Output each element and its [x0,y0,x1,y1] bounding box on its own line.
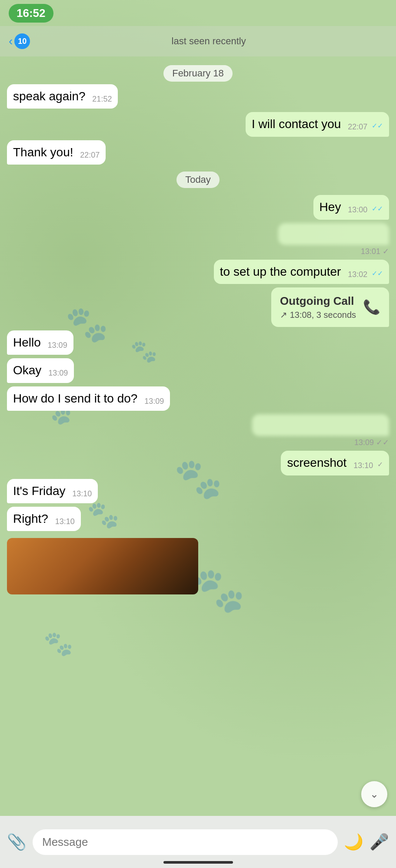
back-button[interactable]: ‹ 10 [9,33,30,49]
bubble-screenshot: screenshot 13:10 ✓ [281,451,389,475]
message-text: How do I send it to do? [13,392,137,405]
status-bar: 16:52 [0,0,396,26]
message-time: 13:10 [55,517,75,526]
bubble-redacted-1 [278,223,389,245]
call-type: Outgoing Call [280,294,356,308]
bubble-hey: Hey 13:00 ✓✓ [313,195,389,219]
read-ticks: ✓✓ [376,438,389,447]
message-text: to set up the computer [220,265,341,278]
chevron-down-icon: ⌄ [370,788,379,800]
call-info: Outgoing Call ↗ 13:08, 3 seconds [280,294,356,320]
read-ticks: ✓✓ [372,205,383,212]
message-text: screenshot [287,456,346,469]
message-text: Hello [13,336,41,349]
image-preview[interactable] [7,538,198,594]
list-item: 13:09 ✓✓ [7,414,389,447]
bubble-hello: Hello 13:09 [7,330,73,355]
list-item [7,535,389,594]
home-indicator [163,861,233,864]
bubble-right: Right? 13:10 [7,507,81,531]
date-label: Today [176,172,220,188]
message-text: Right? [13,512,48,525]
phone-icon: 📞 [363,299,380,315]
message-time: 13:09 [48,341,67,350]
message-time: 13:09 [144,397,164,406]
message-text: speak again? [13,89,86,103]
back-chevron-icon: ‹ [9,34,13,48]
scroll-to-bottom-button[interactable]: ⌄ [361,781,387,807]
message-time: 21:52 [92,95,112,103]
bubble-okay: Okay 13:09 [7,358,74,383]
bubble-friday: It's Friday 13:10 [7,479,98,503]
emoji-icon[interactable]: 🌙 [344,833,363,851]
message-text: Hey [319,200,341,214]
call-details: ↗ 13:08, 3 seconds [280,310,356,320]
message-time: 13:00 [348,205,367,214]
section-date-february: February 18 [7,65,389,82]
section-date-label: February 18 [163,65,233,82]
message-time: 13:09 [48,369,68,377]
list-item: to set up the computer 13:02 ✓✓ [7,260,389,284]
read-ticks: ✓✓ [372,270,383,277]
list-item: screenshot 13:10 ✓ [7,451,389,475]
bubble-speak-again: speak again? 21:52 [7,84,118,109]
message-time: 13:09 [354,438,374,447]
status-time: 16:52 [9,4,53,23]
list-item: It's Friday 13:10 [7,479,389,503]
list-item: Outgoing Call ↗ 13:08, 3 seconds 📞 [7,287,389,327]
input-bar: 📎 🌙 🎤 [0,816,396,868]
nav-bar: ‹ 10 last seen recently [0,26,396,56]
list-item: Thank you! 22:07 [7,140,389,165]
list-item: 13:01 ✓ [7,223,389,256]
message-text: Okay [13,363,41,377]
message-time: 13:01 [361,247,380,256]
list-item: speak again? 21:52 [7,84,389,109]
chat-area: February 18 speak again? 21:52 I will co… [0,56,396,816]
call-bubble: Outgoing Call ↗ 13:08, 3 seconds 📞 [271,287,389,327]
message-text: I will contact you [252,117,341,131]
list-item: Okay 13:09 [7,358,389,383]
message-input[interactable] [33,829,338,855]
message-time: 13:10 [72,489,92,498]
list-item: How do I send it to do? 13:09 [7,386,389,411]
bubble-redacted-2 [252,414,389,436]
message-text: It's Friday [13,484,65,498]
read-ticks: ✓ [383,247,389,256]
message-time: 13:02 [348,270,367,279]
message-time: 22:07 [348,122,367,131]
date-divider-today: Today [7,172,389,188]
list-item: Right? 13:10 [7,507,389,531]
read-ticks: ✓✓ [372,122,383,129]
message-text: Thank you! [13,145,73,159]
read-ticks: ✓ [377,461,383,468]
attach-icon[interactable]: 📎 [7,833,27,851]
message-time: 13:10 [353,461,373,470]
notification-badge: 10 [14,33,30,49]
mic-icon[interactable]: 🎤 [369,833,389,851]
nav-subtitle: last seen recently [30,36,387,47]
bubble-how: How do I send it to do? 13:09 [7,386,170,411]
list-item: Hello 13:09 [7,330,389,355]
list-item: Hey 13:00 ✓✓ [7,195,389,219]
message-time: 22:07 [80,151,100,159]
list-item: I will contact you 22:07 ✓✓ [7,112,389,136]
bubble-thankyou: Thank you! 22:07 [7,140,106,165]
bubble-contact: I will contact you 22:07 ✓✓ [246,112,389,136]
bubble-setup: to set up the computer 13:02 ✓✓ [214,260,389,284]
